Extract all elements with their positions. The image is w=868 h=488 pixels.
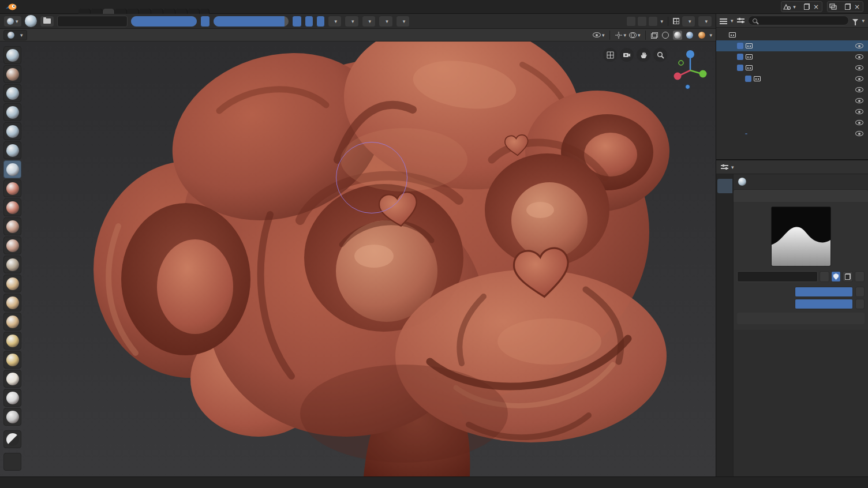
outliner-search[interactable]	[748, 16, 850, 25]
radius-pressure-button[interactable]	[855, 287, 865, 297]
dropdown-brush[interactable]: ▾	[328, 16, 342, 27]
tab-modifiers[interactable]	[717, 290, 732, 305]
eye-icon[interactable]	[855, 98, 863, 103]
fake-user-shield-button[interactable]	[831, 271, 841, 282]
workspace-tab-scripting[interactable]	[188, 9, 200, 14]
brush-tool-smooth[interactable]	[3, 179, 21, 197]
camera-view-button[interactable]	[620, 48, 634, 62]
strength-pressure-button[interactable]	[292, 16, 302, 27]
outliner-row-sphere-001[interactable]	[716, 117, 868, 128]
add-workspace-button[interactable]	[200, 9, 209, 14]
strength-slider[interactable]	[213, 16, 289, 27]
outliner-row-2-helpers[interactable]	[716, 51, 868, 62]
outliner-search-input[interactable]	[760, 17, 845, 24]
brush-datablock-name-field[interactable]	[737, 271, 818, 282]
brush-tool-slide-relax[interactable]	[3, 408, 21, 426]
eye-icon[interactable]	[855, 76, 863, 81]
tab-data[interactable]	[717, 348, 732, 362]
collection-checkbox[interactable]	[737, 54, 743, 60]
brush-tool-pose[interactable]	[3, 351, 21, 369]
outliner-row-scene-collection[interactable]	[716, 29, 868, 40]
camera-dot-icon[interactable]	[685, 84, 690, 89]
brush-tool-flatten[interactable]	[3, 198, 21, 216]
tab-render[interactable]	[717, 198, 732, 213]
eye-icon[interactable]	[855, 109, 863, 114]
brush-preview-image[interactable]	[771, 207, 831, 266]
navigation-gizmo[interactable]	[669, 47, 711, 89]
collection-checkbox[interactable]	[737, 43, 743, 49]
remove-view-layer-icon[interactable]: ×	[853, 3, 861, 11]
eye-icon[interactable]	[855, 54, 863, 59]
brush-name-field[interactable]	[57, 16, 128, 27]
pan-hand-button[interactable]	[637, 48, 650, 62]
workspace-tab-compositing[interactable]	[175, 9, 188, 14]
brush-tool-inflate[interactable]	[3, 122, 21, 140]
tab-material[interactable]	[717, 362, 732, 377]
outliner-row-3-sculpt[interactable]	[716, 62, 868, 73]
workspace-tab-layout[interactable]	[78, 9, 91, 14]
eye-icon[interactable]	[855, 43, 863, 48]
dropdown-stroke[interactable]: ▾	[362, 16, 376, 27]
strength-pressure-button[interactable]	[855, 299, 865, 309]
brush-tool-grab[interactable]	[3, 275, 21, 292]
mirror-z-toggle[interactable]	[648, 16, 658, 27]
dropdown-falloff[interactable]: ▾	[379, 16, 393, 27]
tab-particles[interactable]	[717, 305, 732, 319]
collection-checkbox[interactable]	[745, 76, 751, 82]
brush-tool-clay-strips[interactable]	[3, 84, 21, 102]
blender-logo-icon[interactable]	[5, 3, 17, 11]
brush-tool-snake-hook[interactable]	[3, 313, 21, 331]
outliner-editor-icon[interactable]	[720, 18, 727, 24]
mode-selector[interactable]: ▾	[3, 30, 27, 40]
brush-tool-scrape[interactable]	[3, 237, 21, 254]
users-count-button[interactable]	[820, 271, 829, 282]
filter-icon[interactable]	[852, 19, 858, 22]
sculpt-mesh[interactable]	[0, 42, 716, 476]
eye-icon[interactable]	[855, 65, 863, 70]
workspace-tab-texture-paint[interactable]	[127, 9, 139, 14]
tab-constraints[interactable]	[717, 333, 732, 348]
brush-tool-fill[interactable]	[3, 217, 21, 235]
workspace-tab-uv-editing[interactable]	[115, 9, 127, 14]
editor-type-selector[interactable]: ▾	[3, 16, 22, 27]
radius-slider[interactable]	[795, 287, 853, 297]
brush-tool-rotate[interactable]	[3, 389, 21, 407]
workspace-tab-animation[interactable]	[151, 9, 163, 14]
outliner-row-heart[interactable]	[716, 73, 868, 84]
direction-subtract-button[interactable]	[316, 16, 325, 27]
outliner-row-sculpt-001[interactable]	[716, 128, 868, 139]
brush-tool-elastic-deform[interactable]	[3, 294, 21, 311]
shading-wireframe-button[interactable]	[661, 31, 670, 40]
outliner-row-sphere-003[interactable]	[716, 95, 868, 106]
radius-pressure-button[interactable]	[200, 16, 210, 27]
dyntopo-dropdown[interactable]: ▾	[682, 16, 696, 27]
brush-tool-annotate[interactable]	[3, 453, 21, 471]
workspace-tab-shading[interactable]	[139, 9, 151, 14]
new-brush-button[interactable]	[843, 271, 853, 282]
mirror-y-toggle[interactable]	[637, 16, 647, 27]
options-dropdown[interactable]: ▾	[698, 16, 712, 27]
tab-tool[interactable]	[717, 179, 732, 193]
radius-slider[interactable]	[130, 16, 197, 27]
tab-object[interactable]	[717, 276, 732, 290]
brush-tool-clay[interactable]	[3, 65, 21, 83]
active-brush-icon[interactable]	[25, 15, 37, 27]
tab-world[interactable]	[717, 256, 732, 271]
workspace-tab-modeling[interactable]	[91, 9, 103, 14]
outliner-row-sphere-002[interactable]	[716, 84, 868, 95]
brush-tool-crease[interactable]	[3, 160, 21, 178]
tab-output[interactable]	[717, 213, 732, 227]
workspace-tab-sculpting[interactable]	[103, 9, 115, 14]
direction-add-button[interactable]	[305, 16, 313, 27]
outliner-row-1-render-setup[interactable]	[716, 40, 868, 51]
collection-checkbox[interactable]	[737, 65, 743, 71]
eye-icon[interactable]	[855, 131, 863, 136]
brush-tool-nudge[interactable]	[3, 370, 21, 388]
gizmos-dropdown[interactable]: ▾	[615, 32, 626, 39]
brush-tool-layer[interactable]	[3, 103, 21, 121]
outliner-display-mode-icon[interactable]	[737, 17, 744, 24]
brush-tool-draw[interactable]	[3, 46, 21, 64]
brush-tool-mask[interactable]	[3, 430, 21, 448]
eye-icon[interactable]	[855, 87, 863, 92]
brush-tool-thumb[interactable]	[3, 332, 21, 350]
